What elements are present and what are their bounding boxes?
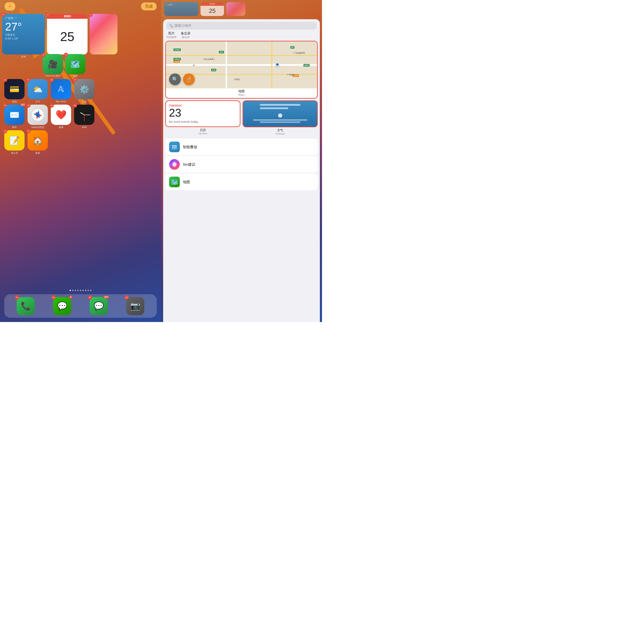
map-food-button[interactable]: 🍴 [183, 73, 195, 85]
mail-wrap: − ✉️ 527 邮件 [4, 105, 25, 129]
map-label-guangzhoueast: 广州东站 [287, 73, 294, 76]
minus-badge-maps[interactable]: − [64, 53, 68, 57]
mini-cal-header: 星期四 [201, 2, 224, 6]
wallet-wrap: − 💳 钱包 [4, 79, 25, 103]
dot-2 [72, 290, 73, 291]
weather-label: 天气 [2, 55, 45, 59]
phone-icon[interactable]: 📞 [17, 297, 35, 315]
siri-icon [169, 159, 180, 170]
list-item-stack[interactable]: 智能叠放 [165, 139, 318, 155]
minus-badge-cal[interactable]: − [46, 13, 50, 17]
minus-messages[interactable]: − [88, 295, 92, 300]
home-label: 家庭 [35, 151, 40, 155]
appstore-icon[interactable]: 𝔸 [51, 79, 71, 99]
minus-mail[interactable]: − [3, 103, 7, 108]
messages-icon[interactable]: 💬 973 [90, 297, 108, 315]
maps-label: 地图 [65, 74, 85, 78]
weather-app-icon[interactable]: ⛅ [28, 79, 48, 99]
minus-wechat[interactable]: − [51, 295, 56, 300]
cal-date: 25 [47, 19, 88, 54]
photos-widget[interactable] [90, 14, 117, 54]
weather-picker-widget[interactable] [243, 100, 318, 127]
minus-settings[interactable]: − [73, 78, 77, 82]
cal-picker-widget[interactable]: TUESDAY 23 No more events today [165, 100, 240, 127]
weather-widget-wrap: − 广州市 ↗ 27° 大部多云 H:34° L:29° 天气 [2, 14, 45, 59]
wallet-icon[interactable]: 💳 [4, 79, 25, 99]
minus-safari[interactable]: − [26, 103, 31, 108]
picker-widget-row: TUESDAY 23 No more events today 日历 Up Ne… [165, 100, 318, 135]
maps-icon[interactable]: 🗺️ [65, 54, 85, 74]
minus-badge-facetime[interactable]: − [41, 53, 46, 57]
notes-icon[interactable]: 📝 [4, 130, 25, 151]
clock-center-dot [84, 114, 85, 116]
mini-weather-widget: 广州市 ↗ [164, 2, 198, 16]
map-search-button[interactable]: 🔍 [169, 73, 181, 85]
dock: − 📞 − 💬 3 − 💬 973 − 📷 [4, 294, 157, 318]
minus-camera[interactable]: − [124, 295, 129, 300]
weather-app-wrap: − ⛅ 天气 [28, 79, 48, 103]
wechat-badge: 3 [69, 296, 73, 299]
facetime-row: − 🎥 FaceTime通话 − 🗺️ 地图 [43, 54, 159, 78]
weather-condition: 大部多云 [5, 33, 42, 37]
mail-label: 邮件 [12, 126, 17, 129]
map-label-university: 广东金融学院 [293, 52, 305, 54]
minus-health[interactable]: − [50, 103, 54, 108]
done-button[interactable]: 完成 [141, 2, 157, 10]
clock-wrap: − 时钟 [74, 105, 94, 129]
map-label-baiyun: 白云山风景⊙ [204, 58, 215, 61]
minus-badge-photos[interactable]: − [88, 13, 93, 17]
list-item-siri[interactable]: Siri建议 [165, 156, 318, 173]
search-icon: 🔍 [169, 24, 173, 28]
clock-icon[interactable] [74, 105, 94, 125]
app-row-2: − ✉️ 527 邮件 − Safari浏览器 − ❤️ [4, 105, 157, 129]
safari-wrap: − Safari浏览器 [28, 105, 48, 129]
camera-icon[interactable]: 📷 [126, 297, 144, 315]
dot-5 [80, 290, 81, 291]
minus-phone[interactable]: − [15, 295, 19, 300]
minus-notes[interactable]: − [3, 129, 7, 133]
map-road-h1 [166, 64, 317, 66]
minus-home[interactable]: − [26, 129, 31, 133]
health-label: 健康 [59, 126, 63, 129]
list-item-maps[interactable]: 🗺️ 地图 [165, 174, 318, 190]
health-wrap: − ❤️ 健康 [51, 105, 71, 129]
messages-badge: 973 [103, 296, 109, 299]
map-road-v2 [271, 41, 272, 88]
settings-icon[interactable]: ⚙️ [74, 79, 94, 99]
mini-photos-widget [226, 2, 245, 16]
facetime-icon[interactable]: 🎥 [43, 54, 63, 74]
weather-widget[interactable]: 广州市 ↗ 27° 大部多云 H:34° L:29° [2, 14, 45, 54]
safari-icon[interactable] [28, 105, 48, 125]
search-placeholder-text: 搜索小组件 [174, 23, 192, 28]
home-wrap: − 🏠 家庭 [28, 130, 48, 155]
weather-label-en: Forecast [243, 132, 318, 135]
minus-wallet[interactable]: − [3, 78, 7, 82]
map-tag-g107: G107 [173, 60, 180, 63]
w-line-sm-1 [253, 119, 307, 121]
map-road-h2 [166, 55, 317, 56]
calendar-widget[interactable]: 星期四 25 [47, 14, 88, 54]
minus-clock[interactable]: − [73, 103, 77, 108]
right-panel: 广州市 ↗ 星期四 25 🔍 搜索小组件 照片 为你推荐 备忘录 备忘录 [161, 0, 322, 322]
minus-weather-app[interactable]: − [26, 78, 31, 82]
suggested-notes[interactable]: 备忘录 备忘录 [181, 31, 190, 39]
svg-rect-9 [172, 145, 177, 146]
suggested-notes-sub: 备忘录 [182, 35, 190, 39]
home-icon[interactable]: 🏠 [28, 130, 48, 151]
widget-picker-sheet: 🔍 搜索小组件 照片 为你推荐 备忘录 备忘录 [163, 19, 320, 322]
minus-badge-weather[interactable]: − [1, 13, 5, 17]
search-bar[interactable]: 🔍 搜索小组件 [166, 22, 317, 30]
weather-location: 广州市 ↗ [5, 16, 42, 20]
page-dots [0, 290, 161, 291]
mail-icon[interactable]: ✉️ [4, 105, 25, 125]
wechat-icon[interactable]: 💬 3 [53, 297, 71, 315]
suggested-photos[interactable]: 照片 为你推荐 [166, 31, 177, 39]
cal-picker-label: 日历 Up Next [165, 128, 240, 135]
add-widget-button[interactable]: + [4, 2, 16, 11]
map-section[interactable]: G0421 S8 S41 G107 G0421 S15 S303 G107 广东… [165, 41, 318, 99]
health-icon[interactable]: ❤️ [51, 105, 71, 125]
mini-cal-date: 25 [201, 6, 224, 16]
w-dot [278, 113, 282, 118]
minus-appstore[interactable]: − [50, 78, 54, 82]
mini-weather-location: 广州市 ↗ [166, 3, 196, 6]
